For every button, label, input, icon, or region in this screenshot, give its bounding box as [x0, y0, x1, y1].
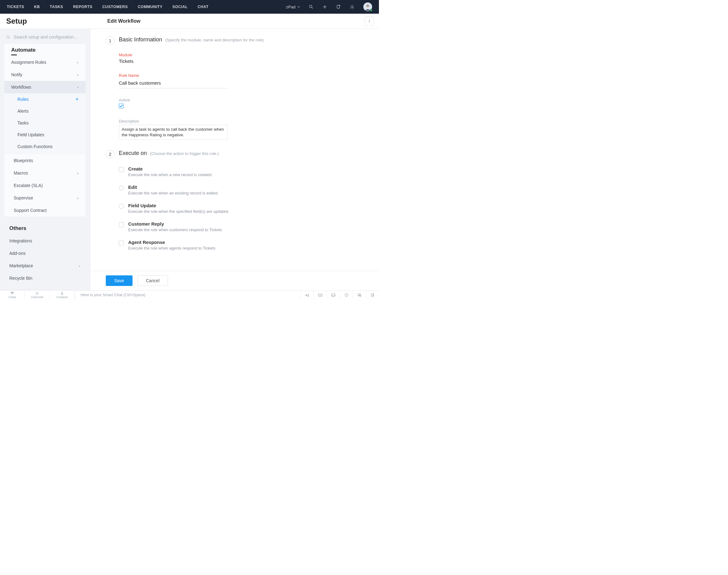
agent-response-title: Agent Response	[128, 240, 215, 245]
sidebar-item-notify[interactable]: Notify ▸	[4, 68, 85, 81]
sidebar-sub-tasks[interactable]: Tasks	[4, 117, 85, 129]
create-desc: Execute the rule when a new record is cr…	[128, 172, 212, 177]
svg-point-8	[367, 4, 369, 7]
customer-reply-title: Customer Reply	[128, 221, 222, 227]
sidebar-item-macros[interactable]: Macros ▸	[4, 167, 85, 179]
sidebar-item-assignment-rules[interactable]: Assignment Rules ▸	[4, 56, 85, 68]
plus-icon[interactable]	[322, 4, 327, 9]
step-1-sub: (Specify the module, name and descriptio…	[165, 38, 264, 42]
sidebar-item-marketplace[interactable]: Marketplace ▸	[0, 260, 90, 272]
chevron-right-icon: ▸	[77, 73, 79, 76]
smart-chat-hint[interactable]: Here is your Smart Chat (Ctrl+Space)	[75, 291, 301, 299]
rule-name-input[interactable]	[119, 79, 228, 88]
footer-bar: Save Cancel	[90, 271, 379, 290]
exit-icon[interactable]	[366, 291, 379, 299]
content: 1 Basic Information (Specify the module,…	[90, 29, 379, 290]
sidebar-item-recycle-bin[interactable]: Recycle Bin	[0, 272, 90, 284]
sidebar-item-supervise[interactable]: Supervise ▸	[4, 192, 85, 204]
search-icon[interactable]	[309, 4, 314, 9]
sidebar-item-workflows[interactable]: Workflows ▾	[4, 81, 85, 93]
step-2-sub: (Choose the action to trigger this rule.…	[150, 151, 219, 156]
subheader: Setup Edit Workflow i	[0, 14, 379, 29]
field-update-title: Field Update	[128, 203, 229, 208]
customer-reply-desc: Execute the rule when customers respond …	[128, 228, 222, 232]
chevron-right-icon: ▸	[77, 196, 79, 200]
field-update-radio[interactable]	[119, 204, 124, 209]
chevron-down-icon	[298, 6, 300, 8]
nav-tickets[interactable]: TICKETS	[7, 5, 24, 9]
nav-reports[interactable]: REPORTS	[73, 5, 93, 9]
edit-desc: Execute the rule when an existing record…	[128, 191, 219, 195]
active-checkbox[interactable]	[119, 104, 124, 108]
sidebar-sub-alerts[interactable]: Alerts	[4, 105, 85, 117]
add-rule-icon[interactable]: +	[75, 97, 79, 101]
status-tab-chats[interactable]: Chats	[0, 291, 25, 299]
exec-option-create: Create Execute the rule when a new recor…	[119, 166, 379, 177]
status-tab-contacts[interactable]: Contacts	[50, 291, 75, 299]
sidebar-sub-rules[interactable]: Rules +	[4, 93, 85, 105]
customer-reply-checkbox[interactable]	[119, 222, 124, 227]
step-1-header: 1 Basic Information (Specify the module,…	[90, 36, 379, 45]
rule-name-label: Rule Name	[119, 73, 379, 78]
edit-radio[interactable]	[119, 185, 124, 191]
svg-rect-4	[337, 5, 339, 8]
svg-line-1	[312, 7, 313, 8]
clock-icon[interactable]	[340, 291, 353, 299]
nav-chat[interactable]: CHAT	[198, 5, 208, 9]
field-update-desc: Execute the rule when the specified fiel…	[128, 209, 229, 214]
top-navigation: TICKETS KB TASKS REPORTS CUSTOMERS COMMU…	[0, 0, 379, 14]
brand-label: zPad	[286, 5, 296, 9]
step-number: 1	[106, 36, 114, 45]
svg-rect-14	[318, 294, 322, 296]
description-input[interactable]	[119, 125, 228, 140]
status-tab-channels[interactable]: Channels	[25, 291, 50, 299]
search-input[interactable]	[14, 35, 84, 39]
svg-point-12	[37, 292, 38, 293]
module-label: Module	[119, 53, 379, 57]
cancel-button[interactable]: Cancel	[138, 275, 168, 286]
nav-community[interactable]: COMMUNITY	[138, 5, 163, 9]
nav-tasks[interactable]: TASKS	[50, 5, 63, 9]
nav-customers[interactable]: CUSTOMERS	[102, 5, 128, 9]
brand-menu[interactable]: zPad	[286, 5, 300, 9]
sidebar-item-addons[interactable]: Add-ons	[0, 247, 90, 260]
sidebar-item-escalate[interactable]: Escalate (SLA)	[4, 179, 85, 192]
description-label: Description	[119, 119, 379, 124]
keyboard-icon[interactable]	[314, 291, 327, 299]
create-title: Create	[128, 166, 212, 171]
svg-line-10	[9, 38, 10, 39]
agent-response-desc: Execute the rule when agents respond to …	[128, 246, 215, 250]
search-wrap	[0, 31, 90, 44]
gear-icon[interactable]	[350, 4, 355, 9]
step-2-title: Execute on	[119, 150, 147, 157]
sidebar-sub-field-updates[interactable]: Field Updates	[4, 129, 85, 141]
agent-response-checkbox[interactable]	[119, 240, 124, 245]
step-2-header: 2 Execute on (Choose the action to trigg…	[90, 150, 379, 159]
svg-point-6	[352, 6, 353, 7]
page-title: Edit Workflow	[90, 19, 140, 24]
exec-option-customer-reply: Customer Reply Execute the rule when cus…	[119, 221, 379, 232]
zia-icon[interactable]	[301, 291, 314, 299]
exec-option-edit: Edit Execute the rule when an existing r…	[119, 184, 379, 195]
chevron-down-icon: ▾	[77, 86, 79, 89]
sidebar-sub-custom-functions[interactable]: Custom Functions	[4, 141, 85, 153]
save-button[interactable]: Save	[106, 275, 133, 286]
edit-title: Edit	[128, 184, 219, 190]
svg-point-0	[310, 5, 312, 8]
setup-title: Setup	[0, 17, 90, 26]
automate-header: Automate	[4, 44, 85, 56]
nav-social[interactable]: SOCIAL	[172, 5, 187, 9]
notification-icon[interactable]	[336, 4, 341, 9]
nav-kb[interactable]: KB	[34, 5, 40, 9]
sidebar-item-integrations[interactable]: Integrations	[0, 235, 90, 247]
avatar[interactable]	[363, 2, 372, 11]
info-button[interactable]: i	[365, 16, 374, 26]
inbox-icon[interactable]	[327, 291, 340, 299]
create-checkbox[interactable]	[119, 167, 124, 172]
sidebar-item-support-contract[interactable]: Support Contract	[4, 204, 85, 216]
svg-point-13	[62, 292, 63, 293]
chat-icon[interactable]	[353, 291, 366, 299]
sidebar-item-blueprints[interactable]: Blueprints	[4, 154, 85, 167]
nav-left: TICKETS KB TASKS REPORTS CUSTOMERS COMMU…	[7, 5, 208, 9]
sidebar: Automate Assignment Rules ▸ Notify ▸ Wor…	[0, 29, 90, 290]
